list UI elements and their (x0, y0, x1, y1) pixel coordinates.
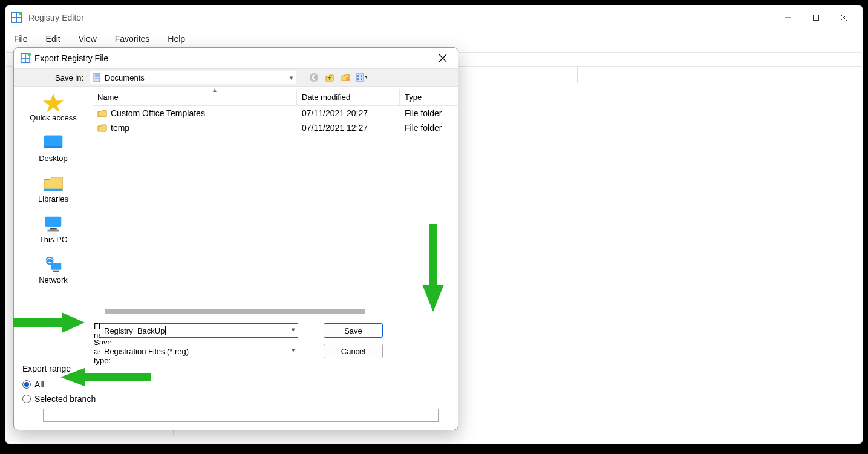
horizontal-scrollbar[interactable] (93, 307, 458, 315)
file-row[interactable]: temp 07/11/2021 12:27 File folder (93, 120, 458, 135)
value-pane-divider (577, 66, 578, 83)
file-list-area: ▲ Name Date modified Type Custom Office … (93, 87, 458, 315)
place-this-pc[interactable]: This PC (39, 214, 67, 244)
window-title: Registry Editor (28, 13, 774, 22)
monitor-icon (42, 214, 65, 234)
place-quick-access[interactable]: Quick access (30, 93, 76, 122)
column-header-type[interactable]: Type (400, 89, 458, 105)
export-range-group: Export range All Selected branch (14, 361, 458, 428)
place-libraries[interactable]: Libraries (38, 174, 68, 203)
file-name-input[interactable]: Registry_BackUp ▾ (100, 323, 298, 338)
svg-rect-27 (357, 78, 359, 80)
menu-favorites[interactable]: Favorites (111, 31, 154, 46)
text-cursor (165, 326, 166, 335)
sort-indicator-icon: ▲ (32, 87, 397, 93)
save-in-value: Documents (105, 73, 290, 82)
up-one-level-icon[interactable] (324, 72, 335, 83)
export-registry-file-dialog: Export Registry File Save in: Documents … (13, 47, 458, 430)
svg-rect-3 (12, 18, 16, 22)
radio-selected-branch[interactable]: Selected branch (22, 392, 449, 406)
file-row[interactable]: Custom Office Templates 07/11/2021 20:27… (93, 106, 458, 120)
file-rows[interactable]: Custom Office Templates 07/11/2021 20:27… (93, 106, 458, 307)
dialog-toolbar: Save in: Documents ▾ (14, 68, 458, 87)
chevron-down-icon[interactable]: ▾ (292, 346, 295, 354)
selected-branch-input[interactable] (43, 409, 439, 422)
svg-rect-11 (22, 54, 25, 58)
titlebar: Registry Editor (5, 5, 863, 30)
cancel-button[interactable]: Cancel (324, 344, 383, 358)
scrollbar-thumb[interactable] (105, 309, 365, 314)
radio-icon[interactable] (22, 380, 31, 389)
libraries-icon (42, 174, 65, 193)
svg-point-22 (310, 73, 318, 82)
svg-rect-31 (44, 189, 62, 191)
places-bar: Quick access Desktop Libraries This PC N… (14, 87, 93, 315)
minimize-button[interactable] (774, 8, 802, 27)
new-folder-icon[interactable] (340, 72, 351, 83)
svg-rect-25 (357, 75, 359, 77)
svg-rect-18 (94, 73, 100, 82)
save-as-type-combo[interactable]: Registration Files (*.reg) ▾ (100, 344, 298, 358)
svg-rect-36 (51, 263, 61, 269)
dialog-title: Export Registry File (34, 53, 434, 63)
place-desktop[interactable]: Desktop (39, 133, 68, 163)
back-icon[interactable] (308, 72, 319, 83)
svg-rect-7 (814, 15, 819, 21)
folder-icon (97, 123, 107, 132)
save-button[interactable]: Save (324, 323, 383, 338)
svg-rect-34 (47, 230, 59, 232)
network-icon (42, 255, 65, 274)
chevron-down-icon: ▾ (290, 74, 293, 82)
maximize-button[interactable] (802, 8, 830, 27)
svg-rect-14 (26, 59, 29, 62)
svg-rect-1 (12, 13, 16, 17)
svg-rect-26 (361, 75, 362, 77)
menu-file[interactable]: File (10, 31, 31, 46)
view-menu-icon[interactable] (356, 72, 367, 83)
radio-icon[interactable] (22, 395, 31, 403)
documents-folder-icon (93, 73, 102, 82)
place-network[interactable]: Network (39, 255, 68, 285)
menu-help[interactable]: Help (164, 31, 189, 46)
svg-point-23 (346, 77, 350, 81)
save-in-combo[interactable]: Documents ▾ (90, 71, 296, 84)
dialog-titlebar: Export Registry File (14, 48, 458, 68)
regedit-icon (10, 12, 22, 24)
menu-view[interactable]: View (75, 31, 100, 46)
desktop-icon (42, 133, 65, 153)
regedit-icon (20, 53, 31, 64)
svg-point-5 (19, 12, 22, 15)
chevron-down-icon[interactable]: ▾ (292, 326, 295, 334)
save-as-type-label: Save as type: (20, 338, 94, 365)
svg-rect-30 (44, 136, 62, 146)
menubar: File Edit View Favorites Help (5, 30, 863, 48)
dialog-close-button[interactable] (434, 49, 452, 67)
svg-rect-37 (53, 271, 59, 272)
star-icon (42, 93, 65, 112)
folder-icon (97, 109, 107, 117)
close-button[interactable] (830, 8, 858, 27)
radio-all[interactable]: All (22, 377, 449, 392)
svg-rect-13 (22, 59, 25, 62)
svg-rect-33 (50, 228, 56, 230)
export-range-legend: Export range (22, 364, 449, 373)
svg-rect-32 (45, 217, 62, 227)
svg-rect-28 (361, 78, 362, 80)
menu-edit[interactable]: Edit (42, 31, 64, 46)
save-in-label: Save in: (20, 73, 90, 82)
file-name-label: File name: (20, 321, 94, 340)
svg-point-15 (28, 53, 31, 56)
svg-rect-24 (356, 74, 364, 81)
svg-rect-4 (17, 18, 21, 22)
